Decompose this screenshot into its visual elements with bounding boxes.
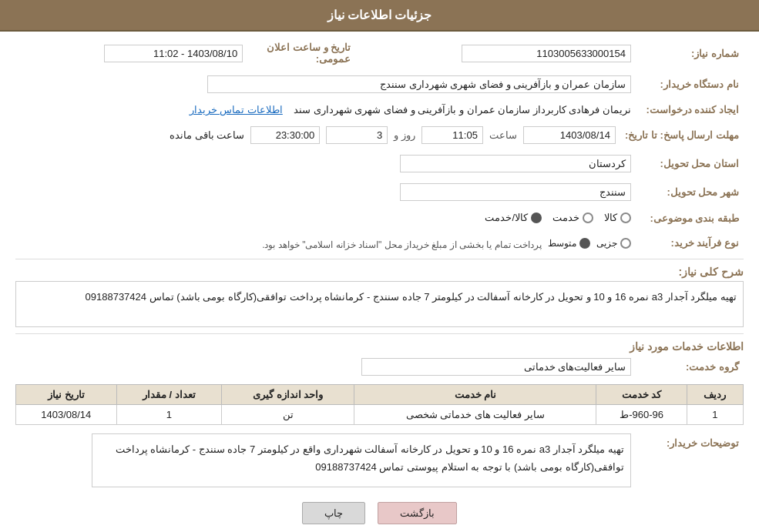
buyer-name-input[interactable]: سازمان عمران و بازآفرینی و فضای شهری شهر… [207, 75, 631, 93]
info-table-7: طبقه بندی موضوعی: کالا خدمت [15, 209, 744, 228]
table-row: 1960-96-طسایر فعالیت های خدماتی شخصیتن11… [16, 404, 744, 424]
cell-name: سایر فعالیت های خدماتی شخصی [354, 404, 596, 424]
announcement-label: تاریخ و ساعت اعلان عمومی: [247, 39, 355, 67]
category-label-kala-khedmat: کالا/خدمت [485, 212, 528, 223]
purchase-type-jozii[interactable]: جزیی [596, 238, 631, 249]
purchase-type-note: پرداخت تمام یا بخشی از مبلغ خریداز محل "… [262, 239, 542, 250]
radio-motavazet [579, 238, 590, 249]
page-title: جزئیات اطلاعات نیاز [327, 8, 432, 22]
purchase-type-label-motavazet: متوسط [548, 238, 576, 249]
separator-2 [15, 333, 744, 334]
order-number-input[interactable]: 1103005633000154 [462, 45, 631, 62]
cell-quantity: 1 [116, 404, 222, 424]
remaining-label: ساعت باقی مانده [170, 129, 244, 141]
radio-kala-khedmat [531, 212, 542, 223]
info-table-service-group: گروه خدمت: سایر فعالیت‌های خدماتی [15, 356, 744, 378]
info-table-8: نوع فرآیند خرید: جزیی متوسط پرداخت تمام … [15, 234, 744, 253]
page-header: جزئیات اطلاعات نیاز [0, 0, 759, 32]
order-number-label: شماره نیاز: [636, 39, 744, 67]
info-table-notes: توضیحات خریدار: تهیه میلگرد آجدار a3 نمر… [15, 431, 744, 490]
days-label: روز و [394, 129, 415, 141]
services-table: ردیف کد خدمت نام خدمت واحد اندازه گیری ت… [15, 384, 744, 425]
service-group-input[interactable]: سایر فعالیت‌های خدماتی [361, 358, 631, 376]
response-days-input[interactable]: 3 [326, 126, 388, 144]
response-remaining-input[interactable]: 23:30:00 [250, 126, 320, 144]
purchase-type-motavazet[interactable]: متوسط [548, 238, 590, 249]
info-table-3: ایجاد کننده درخواست: نریمان فرهادی کاربر… [15, 102, 744, 118]
response-date-row: 1403/08/14 ساعت 11:05 روز و 3 23:30:00 س… [15, 124, 620, 146]
description-section-title: شرح کلی نیاز: [15, 266, 744, 278]
creator-label: ایجاد کننده درخواست: [636, 102, 744, 118]
print-button[interactable]: چاپ [302, 502, 365, 524]
province-label: استان محل تحویل: [636, 152, 744, 175]
col-header-code: کد خدمت [596, 384, 687, 404]
creator-link[interactable]: اطلاعات تماس خریدار [190, 104, 283, 115]
category-value-cell: کالا خدمت کالا/خدمت [15, 209, 636, 228]
purchase-type-label: نوع فرآیند خرید: [636, 234, 744, 253]
service-group-value-cell: سایر فعالیت‌های خدماتی [15, 356, 636, 378]
content-area: شماره نیاز: 1103005633000154 تاریخ و ساع… [0, 32, 759, 532]
purchase-type-label-jozii: جزیی [596, 238, 617, 249]
description-box: تهیه میلگرد آجدار a3 نمره 16 و 10 و تحوی… [15, 281, 744, 327]
radio-kala [620, 212, 631, 223]
radio-khedmat [583, 212, 593, 223]
buyer-notes-value-cell: تهیه میلگرد آجدار a3 نمره 16 و 10 و تحوی… [15, 431, 636, 490]
creator-value-cell: نریمان فرهادی کاربرداز سازمان عمران و با… [15, 102, 636, 118]
cell-code: 960-96-ط [596, 404, 687, 424]
buyer-notes-box: تهیه میلگرد آجدار a3 نمره 16 و 10 و تحوی… [92, 433, 631, 487]
category-label-kala: کالا [604, 212, 617, 223]
province-input[interactable]: کردستان [400, 155, 631, 172]
info-table-4: مهلت ارسال پاسخ: تا تاریخ: 1403/08/14 سا… [15, 124, 744, 146]
city-value-cell: سنندج [15, 181, 636, 203]
page-wrapper: جزئیات اطلاعات نیاز شماره نیاز: 11030056… [0, 0, 759, 532]
creator-value: نریمان فرهادی کاربرداز سازمان عمران و با… [294, 104, 631, 115]
order-number-value: 1103005633000154 [355, 39, 636, 67]
category-option-khedmat[interactable]: خدمت [552, 212, 593, 223]
time-label: ساعت [489, 129, 517, 141]
col-header-unit: واحد اندازه گیری [222, 384, 354, 404]
info-table-1: شماره نیاز: 1103005633000154 تاریخ و ساع… [15, 39, 744, 67]
response-date-label: مهلت ارسال پاسخ: تا تاریخ: [620, 124, 744, 146]
services-section-title: اطلاعات خدمات مورد نیاز [15, 340, 744, 353]
category-option-kala[interactable]: کالا [604, 212, 631, 223]
info-table-6: شهر محل تحویل: سنندج [15, 181, 744, 203]
buyer-name-value: سازمان عمران و بازآفرینی و فضای شهری شهر… [15, 73, 636, 95]
radio-jozii [620, 238, 631, 249]
announcement-value[interactable]: 1403/08/10 - 11:02 [104, 45, 243, 62]
category-label: طبقه بندی موضوعی: [636, 209, 744, 228]
response-time-input[interactable]: 11:05 [421, 126, 483, 144]
response-date-input[interactable]: 1403/08/14 [523, 126, 616, 144]
buyer-name-label: نام دستگاه خریدار: [636, 73, 744, 95]
announcement-value-cell: 1403/08/10 - 11:02 [15, 39, 247, 67]
service-group-label: گروه خدمت: [636, 356, 744, 378]
buttons-row: بازگشت چاپ [15, 502, 744, 524]
back-button[interactable]: بازگشت [378, 502, 457, 524]
col-header-date: تاریخ نیاز [16, 384, 117, 404]
category-label-khedmat: خدمت [552, 212, 579, 223]
province-value-cell: کردستان [15, 152, 636, 175]
category-radio-group: کالا خدمت کالا/خدمت [485, 212, 631, 223]
col-header-row: ردیف [687, 384, 743, 404]
cell-unit: تن [222, 404, 354, 424]
col-header-qty: تعداد / مقدار [116, 384, 222, 404]
purchase-type-row: جزیی متوسط پرداخت تمام یا بخشی از مبلغ خ… [20, 236, 631, 250]
city-label: شهر محل تحویل: [636, 181, 744, 203]
city-input[interactable]: سنندج [400, 183, 631, 201]
cell-date: 1403/08/14 [16, 404, 117, 424]
category-option-kala-khedmat[interactable]: کالا/خدمت [485, 212, 542, 223]
purchase-type-value-cell: جزیی متوسط پرداخت تمام یا بخشی از مبلغ خ… [15, 234, 636, 253]
info-table-5: استان محل تحویل: کردستان [15, 152, 744, 175]
buyer-notes-label: توضیحات خریدار: [636, 431, 744, 490]
separator-1 [15, 259, 744, 259]
info-table-2: نام دستگاه خریدار: سازمان عمران و بازآفر… [15, 73, 744, 95]
cell-row: 1 [687, 404, 743, 424]
col-header-name: نام خدمت [354, 384, 596, 404]
